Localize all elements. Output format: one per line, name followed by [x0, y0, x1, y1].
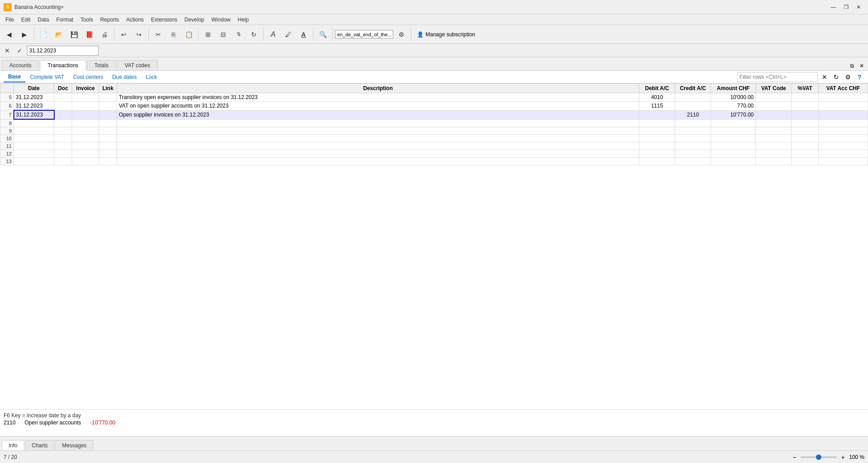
cell-debit[interactable]	[639, 142, 675, 150]
cell-date[interactable]	[14, 127, 54, 134]
cell-credit[interactable]: 2110	[675, 110, 711, 119]
zoom-out-button[interactable]: −	[790, 453, 799, 462]
cell-debit[interactable]	[639, 150, 675, 157]
cell-pctvat[interactable]	[792, 93, 819, 102]
cell-vatcode[interactable]	[756, 119, 792, 127]
cell-vatacc[interactable]	[819, 127, 868, 134]
row-delete-button[interactable]: ⊟	[216, 27, 230, 42]
cell-amount[interactable]	[711, 119, 756, 127]
table-row[interactable]: 9	[0, 127, 868, 134]
cell-amount[interactable]: 770.00	[711, 102, 756, 111]
cell-description[interactable]	[117, 119, 639, 127]
cell-description[interactable]: Open supplier invoices on 31.12.2023	[117, 110, 639, 119]
menu-file[interactable]: File	[2, 16, 17, 24]
cell-debit[interactable]	[639, 127, 675, 134]
cell-invoice[interactable]	[72, 134, 99, 142]
forward-button[interactable]: ▶	[17, 27, 31, 42]
back-button[interactable]: ◀	[2, 27, 16, 42]
menu-actions[interactable]: Actions	[122, 16, 147, 24]
table-row[interactable]: 8	[0, 119, 868, 127]
manage-subscription[interactable]: 👤 Manage subscription	[413, 30, 479, 39]
zoom-slider[interactable]	[801, 456, 837, 458]
cell-link[interactable]	[99, 150, 117, 157]
subtab-due-dates[interactable]: Due dates	[108, 72, 141, 82]
menu-reports[interactable]: Reports	[96, 16, 122, 24]
cell-credit[interactable]	[675, 142, 711, 150]
cell-doc[interactable]	[54, 127, 72, 134]
cell-credit[interactable]	[675, 93, 711, 102]
table-row[interactable]: 531.12.2023Transitory open expenses supp…	[0, 93, 868, 102]
filter-input[interactable]	[737, 72, 818, 82]
cell-debit[interactable]: 4010	[639, 93, 675, 102]
cut-button[interactable]: ✂	[151, 27, 165, 42]
cell-doc[interactable]	[54, 142, 72, 150]
cell-vatacc[interactable]	[819, 102, 868, 111]
cell-vatcode[interactable]	[756, 134, 792, 142]
cell-doc[interactable]	[54, 110, 72, 119]
cell-link[interactable]	[99, 119, 117, 127]
save-button[interactable]: 💾	[67, 27, 81, 42]
cell-pctvat[interactable]	[792, 110, 819, 119]
cell-credit[interactable]	[675, 134, 711, 142]
cell-vatcode[interactable]	[756, 102, 792, 111]
cell-amount[interactable]: 10'770.00	[711, 110, 756, 119]
menu-tools[interactable]: Tools	[77, 16, 96, 24]
cell-amount[interactable]	[711, 150, 756, 157]
cell-vatcode[interactable]	[756, 157, 792, 165]
bottom-tab-info[interactable]: Info	[2, 440, 24, 451]
print-button[interactable]: 🖨	[97, 27, 112, 42]
cell-description[interactable]	[117, 150, 639, 157]
filter-clear-button[interactable]: ✕	[820, 72, 829, 82]
cell-link[interactable]	[99, 110, 117, 119]
cell-doc[interactable]	[54, 93, 72, 102]
cell-doc[interactable]	[54, 102, 72, 111]
cancel-input-button[interactable]: ✕	[2, 45, 13, 56]
cell-pctvat[interactable]	[792, 150, 819, 157]
confirm-input-button[interactable]: ✓	[14, 45, 25, 56]
cell-vatcode[interactable]	[756, 110, 792, 119]
cell-credit[interactable]	[675, 157, 711, 165]
col-header-invoice[interactable]: Invoice	[72, 84, 99, 93]
tab-tile-button[interactable]: ⧉	[847, 61, 856, 70]
cell-amount[interactable]	[711, 127, 756, 134]
cell-vatacc[interactable]	[819, 134, 868, 142]
cell-pctvat[interactable]	[792, 142, 819, 150]
cell-link[interactable]	[99, 134, 117, 142]
paste-button[interactable]: 📋	[182, 27, 196, 42]
cell-date[interactable]: 31.12.2023	[14, 102, 54, 111]
subtab-lock[interactable]: Lock	[141, 72, 161, 82]
cell-date[interactable]	[14, 150, 54, 157]
menu-help[interactable]: Help	[234, 16, 252, 24]
filter-options-button[interactable]: ⚙	[843, 72, 853, 82]
cell-pctvat[interactable]	[792, 157, 819, 165]
close-button[interactable]: ✕	[853, 3, 864, 12]
table-row[interactable]: 12	[0, 150, 868, 157]
cell-description[interactable]	[117, 157, 639, 165]
cell-vatacc[interactable]	[819, 142, 868, 150]
cell-invoice[interactable]	[72, 150, 99, 157]
copy-button[interactable]: ⎘	[166, 27, 181, 42]
table-row[interactable]: 10	[0, 134, 868, 142]
cell-date[interactable]	[14, 119, 54, 127]
cell-credit[interactable]	[675, 119, 711, 127]
tab-transactions[interactable]: Transactions	[40, 60, 86, 71]
cell-vatcode[interactable]	[756, 127, 792, 134]
cell-credit[interactable]	[675, 127, 711, 134]
cell-doc[interactable]	[54, 134, 72, 142]
menu-extensions[interactable]: Extensions	[148, 16, 181, 24]
col-header-link[interactable]: Link	[99, 84, 117, 93]
cell-amount[interactable]: 10'000.00	[711, 93, 756, 102]
table-row[interactable]: 731.12.2023Open supplier invoices on 31.…	[0, 110, 868, 119]
cell-vatacc[interactable]	[819, 119, 868, 127]
cell-date[interactable]	[14, 157, 54, 165]
col-header-credit[interactable]: Credit A/C	[675, 84, 711, 93]
col-header-amount[interactable]: Amount CHF	[711, 84, 756, 93]
undo-button[interactable]: ↩	[117, 27, 131, 42]
cell-vatacc[interactable]	[819, 157, 868, 165]
cell-invoice[interactable]	[72, 110, 99, 119]
cell-pctvat[interactable]	[792, 119, 819, 127]
col-header-vatacc[interactable]: VAT Acc CHF	[819, 84, 868, 93]
cell-invoice[interactable]	[72, 93, 99, 102]
tab-accounts[interactable]: Accounts	[2, 60, 39, 70]
cell-vatcode[interactable]	[756, 150, 792, 157]
